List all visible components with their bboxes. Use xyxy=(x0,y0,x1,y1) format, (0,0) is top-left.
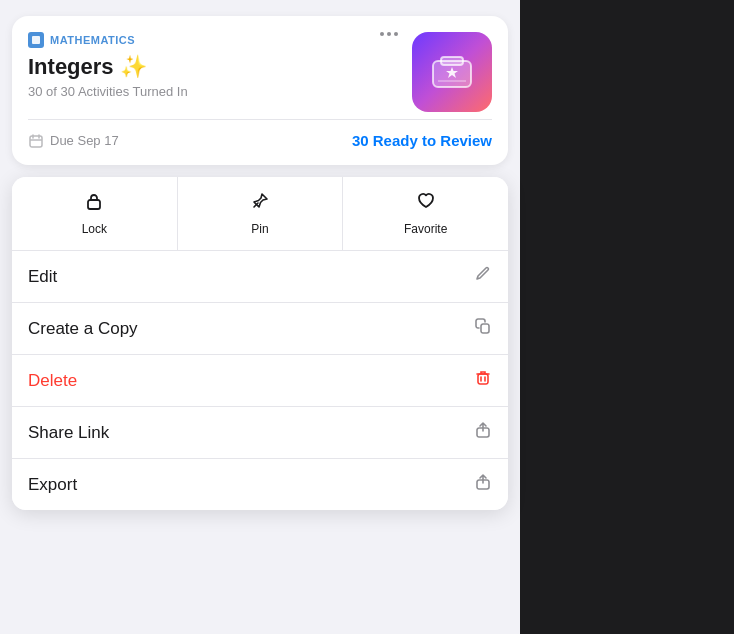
review-label[interactable]: 30 Ready to Review xyxy=(352,132,492,149)
svg-rect-2 xyxy=(441,57,463,65)
card-thumbnail xyxy=(412,32,492,112)
svg-rect-9 xyxy=(88,200,100,209)
create-copy-label: Create a Copy xyxy=(28,319,138,339)
trash-icon xyxy=(474,369,492,392)
edit-icon xyxy=(474,265,492,288)
lock-label: Lock xyxy=(82,222,107,236)
lock-icon xyxy=(84,191,104,216)
due-date: Due Sep 17 xyxy=(28,133,119,149)
edit-menu-item[interactable]: Edit xyxy=(12,251,508,303)
delete-label: Delete xyxy=(28,371,77,391)
action-row: Lock Pin Favorite xyxy=(12,177,508,251)
lock-button[interactable]: Lock xyxy=(12,177,178,250)
due-date-label: Due Sep 17 xyxy=(50,133,119,148)
create-copy-menu-item[interactable]: Create a Copy xyxy=(12,303,508,355)
favorite-label: Favorite xyxy=(404,222,447,236)
export-icon xyxy=(474,473,492,496)
export-menu-item[interactable]: Export xyxy=(12,459,508,510)
delete-menu-item[interactable]: Delete xyxy=(12,355,508,407)
svg-rect-12 xyxy=(478,374,488,384)
copy-icon xyxy=(474,317,492,340)
favorite-button[interactable]: Favorite xyxy=(343,177,508,250)
subject-icon xyxy=(28,32,44,48)
svg-rect-11 xyxy=(481,324,489,333)
share-link-menu-item[interactable]: Share Link xyxy=(12,407,508,459)
left-panel: MATHEMATICS Integers ✨ 30 of 30 Activiti… xyxy=(0,0,520,634)
export-label: Export xyxy=(28,475,77,495)
more-options-button[interactable] xyxy=(380,32,398,36)
subject-label: MATHEMATICS xyxy=(50,34,135,46)
right-panel xyxy=(520,0,734,634)
assignment-card[interactable]: MATHEMATICS Integers ✨ 30 of 30 Activiti… xyxy=(12,16,508,165)
pin-icon xyxy=(250,191,270,216)
pin-button[interactable]: Pin xyxy=(178,177,344,250)
pin-label: Pin xyxy=(251,222,268,236)
share-icon xyxy=(474,421,492,444)
svg-rect-0 xyxy=(32,36,40,44)
favorite-icon xyxy=(416,191,436,216)
context-menu: Lock Pin Favorite xyxy=(12,177,508,510)
edit-label: Edit xyxy=(28,267,57,287)
card-footer: Due Sep 17 30 Ready to Review xyxy=(28,119,492,149)
share-link-label: Share Link xyxy=(28,423,109,443)
svg-rect-5 xyxy=(30,136,42,147)
